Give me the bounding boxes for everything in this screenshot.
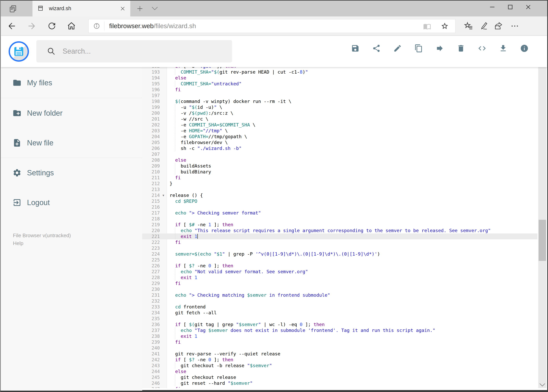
sidebar-item-my-files[interactable]: My files xyxy=(1,71,142,95)
code-line[interactable]: 195 COMMIT_SHA="untracked" xyxy=(142,81,537,87)
move-button[interactable] xyxy=(436,44,444,53)
code-line[interactable]: 192 if [ -d ".git" ]; then xyxy=(142,67,537,69)
code-line[interactable]: 233 cd frontend xyxy=(142,304,537,310)
save-button[interactable] xyxy=(351,44,360,53)
share-button[interactable] xyxy=(372,44,381,53)
code-line[interactable]: 241 git rev-parse --verify --quiet relea… xyxy=(142,351,537,357)
vertical-scrollbar[interactable] xyxy=(538,36,547,388)
info-button[interactable] xyxy=(520,44,529,53)
code-line[interactable]: 225 xyxy=(142,257,537,263)
help-link[interactable]: Help xyxy=(13,240,23,246)
site-info-icon[interactable] xyxy=(93,23,100,29)
code-line[interactable]: 210 buildBinary xyxy=(142,169,537,175)
back-icon[interactable] xyxy=(7,21,16,30)
code-line[interactable]: 240 xyxy=(142,345,537,351)
code-line[interactable]: 229 fi xyxy=(142,280,537,286)
share-icon[interactable] xyxy=(494,21,503,30)
code-editor[interactable]: 192 if [ -d ".git" ]; then193 COMMIT_SHA… xyxy=(142,67,537,388)
code-line[interactable]: 235 xyxy=(142,316,537,322)
reading-view-icon[interactable] xyxy=(423,22,431,29)
search-bar[interactable] xyxy=(36,40,232,63)
code-line[interactable]: 205 filebrowser/dev \ xyxy=(142,140,537,145)
fold-arrow-icon[interactable]: ▾ xyxy=(160,192,167,198)
code-line[interactable]: 208 else xyxy=(142,157,537,163)
code-line[interactable]: 236 if [ $(git tag | grep "$semver" | wc… xyxy=(142,322,537,327)
code-line[interactable]: 215 cd $REPO xyxy=(142,198,537,204)
code-line[interactable]: 224 semver=$(echo "$1" | grep -P '^v(0|[… xyxy=(142,251,537,257)
code-line[interactable]: 246 git reset --hard "$semver" xyxy=(142,380,537,386)
code-button[interactable] xyxy=(478,44,486,53)
code-line[interactable]: 242 if [ $? -ne 0 ]; then xyxy=(142,357,537,363)
code-line[interactable]: 234 git fetch --all xyxy=(142,310,537,316)
tab-preview-icon[interactable] xyxy=(9,4,18,13)
code-line[interactable]: 212} xyxy=(142,181,537,187)
copy-button[interactable] xyxy=(414,44,423,53)
code-line[interactable]: 211 fi xyxy=(142,175,537,181)
code-line[interactable]: 247 fi xyxy=(142,386,537,388)
code-line[interactable]: 217 echo "> Checking semver format" xyxy=(142,210,537,216)
minimize-icon[interactable] xyxy=(489,4,496,10)
favorite-star-icon[interactable] xyxy=(441,22,449,30)
code-line[interactable]: 198 $(command -v winpty) docker run --rm… xyxy=(142,98,537,104)
code-line[interactable]: 197 xyxy=(142,93,537,98)
code-line[interactable]: 207 xyxy=(142,151,537,157)
code-line[interactable]: 200 -v /$(pwd):/src:z \ xyxy=(142,110,537,116)
code-line[interactable]: 193 COMMIT_SHA="$(git rev-parse HEAD | c… xyxy=(142,69,537,75)
code-line[interactable]: 213 xyxy=(142,187,537,192)
code-line[interactable]: 203 -e HOME="//tmp" \ xyxy=(142,128,537,134)
url-text[interactable]: filebrowser.web/files/wizard.sh xyxy=(109,22,423,30)
delete-button[interactable] xyxy=(457,44,465,53)
code-line[interactable]: 223 xyxy=(142,245,537,251)
code-line[interactable]: 237 echo "Tag $semver does not exist in … xyxy=(142,327,537,333)
code-line[interactable]: 232 xyxy=(142,298,537,304)
code-line[interactable]: 226 if [ $? -ne 0 ]; then xyxy=(142,263,537,269)
code-line[interactable]: 230 xyxy=(142,286,537,292)
sidebar-item-new-folder[interactable]: New folder xyxy=(1,101,142,125)
sidebar-item-settings[interactable]: Settings xyxy=(1,161,142,185)
close-tab-icon[interactable] xyxy=(120,6,125,11)
new-tab-icon[interactable] xyxy=(137,5,143,12)
refresh-icon[interactable] xyxy=(47,21,56,30)
more-options-icon[interactable] xyxy=(510,21,519,30)
scroll-down-icon[interactable] xyxy=(539,383,545,387)
code-line[interactable]: 209 buildAssets xyxy=(142,163,537,169)
hub-icon[interactable] xyxy=(464,21,473,30)
code-line[interactable]: 228 exit 1 xyxy=(142,275,537,280)
code-line[interactable]: 227 echo "Not valid semver format. See s… xyxy=(142,269,537,275)
code-line[interactable]: 239 fi xyxy=(142,339,537,345)
close-window-icon[interactable] xyxy=(525,4,532,10)
code-line[interactable]: 204 -e GOPATH=//tmp/gopath \ xyxy=(142,134,537,140)
edit-button[interactable] xyxy=(393,44,402,53)
code-line[interactable]: 194 else xyxy=(142,75,537,81)
filebrowser-logo[interactable] xyxy=(9,41,29,62)
tab-dropdown-icon[interactable] xyxy=(152,7,158,11)
code-line[interactable]: 221 exit 1 xyxy=(142,233,537,239)
code-line[interactable]: 243 git checkout -b release "$semver" xyxy=(142,363,537,369)
search-input[interactable] xyxy=(62,47,232,55)
sidebar-item-logout[interactable]: Logout xyxy=(1,191,142,214)
code-line[interactable]: 199 -u "$(id -u)" \ xyxy=(142,104,537,110)
maximize-icon[interactable] xyxy=(507,4,513,10)
code-line[interactable]: 245 git checkout release xyxy=(142,374,537,380)
download-button[interactable] xyxy=(499,44,507,53)
code-line[interactable]: 201 -w //src \ xyxy=(142,116,537,122)
code-line[interactable]: 216 xyxy=(142,204,537,210)
code-line[interactable]: 238 exit 1 xyxy=(142,333,537,339)
address-bar[interactable]: filebrowser.web/files/wizard.sh xyxy=(88,19,456,33)
code-line[interactable]: 206 sh -c "./wizard.sh -b" xyxy=(142,145,537,151)
code-line[interactable]: 218 xyxy=(142,216,537,222)
code-line[interactable]: 219 if [ $# -ne 1 ]; then xyxy=(142,222,537,228)
sidebar-item-new-file[interactable]: New file xyxy=(1,131,142,155)
forward-icon[interactable] xyxy=(27,21,36,30)
annotate-pen-icon[interactable] xyxy=(480,21,489,30)
scrollbar-thumb[interactable] xyxy=(539,220,546,261)
code-line[interactable]: 202 -e COMMIT_SHA=$COMMIT_SHA \ xyxy=(142,122,537,128)
home-icon[interactable] xyxy=(67,21,76,30)
browser-tab[interactable]: wizard.sh xyxy=(33,0,130,16)
code-line[interactable]: 196 fi xyxy=(142,87,537,93)
code-line[interactable]: 214▾release () { xyxy=(142,192,537,198)
code-line[interactable]: 220 echo "This release script requires a… xyxy=(142,228,537,233)
code-line[interactable]: 231 echo "> Checking matching $semver in… xyxy=(142,292,537,298)
code-line[interactable]: 244 else xyxy=(142,369,537,374)
code-line[interactable]: 222 fi xyxy=(142,239,537,245)
